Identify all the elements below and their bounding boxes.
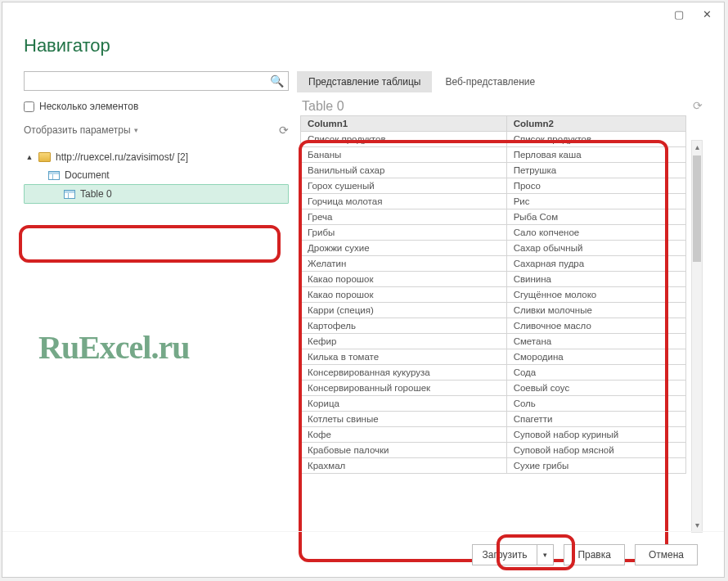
- table-cell: Крахмал: [301, 458, 507, 474]
- tree-root[interactable]: ▲ http://ruexcel.ru/zavisimost/ [2]: [24, 148, 289, 166]
- table-cell: Сало копченое: [506, 225, 685, 241]
- table-cell: Суповой набор мясной: [506, 443, 685, 458]
- table-cell: Корица: [301, 396, 507, 412]
- table-row[interactable]: Котлеты свиныеСпагетти: [301, 412, 686, 427]
- table-cell: Перловая каша: [506, 147, 685, 163]
- table-row[interactable]: КофеСуповой набор куриный: [301, 427, 686, 443]
- right-pane: Представление таблицы Веб-представление …: [297, 71, 724, 538]
- table-row[interactable]: Горчица молотаяРис: [301, 194, 686, 209]
- load-dropdown-icon[interactable]: ▾: [537, 545, 553, 565]
- table-cell: Какао порошок: [301, 272, 507, 287]
- collapse-icon[interactable]: ▲: [25, 153, 34, 161]
- cancel-button[interactable]: Отмена: [635, 544, 698, 565]
- table-cell: Бананы: [301, 147, 507, 163]
- table-cell: Рыба Сом: [506, 209, 685, 225]
- column-header[interactable]: Column2: [506, 116, 685, 132]
- table-row[interactable]: Консервированный горошекСоевый соус: [301, 381, 686, 396]
- watermark: RuExcel.ru: [38, 328, 189, 367]
- search-icon[interactable]: 🔍: [270, 74, 284, 88]
- table-row[interactable]: Крабовые палочкиСуповой набор мясной: [301, 443, 686, 458]
- dialog-title: Навигатор: [2, 25, 724, 71]
- table-cell: Дрожжи сухие: [301, 241, 507, 256]
- table-cell: Сахарная пудра: [506, 256, 685, 272]
- table-row[interactable]: КорицаСоль: [301, 396, 686, 412]
- table-cell: Горох сушеный: [301, 178, 507, 194]
- table-row[interactable]: ГречаРыба Сом: [301, 209, 686, 225]
- table-cell: Список продуктов.: [506, 132, 685, 147]
- table-cell: Крабовые палочки: [301, 443, 507, 458]
- preview-area: Column1 Column2 Список продуктов.Список …: [297, 115, 708, 541]
- scroll-up-icon[interactable]: ▴: [692, 141, 702, 154]
- chevron-down-icon: ▾: [134, 126, 138, 134]
- table-cell: Какао порошок: [301, 287, 507, 303]
- table-cell: Соль: [506, 396, 685, 412]
- table-row[interactable]: КрахмалСухие грибы: [301, 458, 686, 474]
- table-cell: Свинина: [506, 272, 685, 287]
- edit-button[interactable]: Правка: [564, 544, 625, 565]
- table-cell: Сгущённое молоко: [506, 287, 685, 303]
- table-cell: Греча: [301, 209, 507, 225]
- table-row[interactable]: Какао порошокСгущённое молоко: [301, 287, 686, 303]
- folder-icon: [38, 152, 51, 162]
- table-cell: Сметана: [506, 334, 685, 349]
- table-cell: Суповой набор куриный: [506, 427, 685, 443]
- table-cell: Спагетти: [506, 412, 685, 427]
- preview-table: Column1 Column2 Список продуктов.Список …: [300, 115, 686, 474]
- table-row[interactable]: Килька в томатеСмородина: [301, 349, 686, 365]
- scroll-down-icon[interactable]: ▾: [692, 519, 702, 532]
- table-row[interactable]: Дрожжи сухиеСахар обычный: [301, 241, 686, 256]
- navigator-dialog: ▢ ✕ Навигатор 🔍 Несколько элементов Отоб…: [2, 2, 725, 578]
- preview-title: Table 0: [297, 92, 708, 115]
- body: 🔍 Несколько элементов Отобразить парамет…: [2, 71, 724, 538]
- table-row[interactable]: Какао порошокСвинина: [301, 272, 686, 287]
- table-row[interactable]: КартофельСливочное масло: [301, 318, 686, 334]
- table-row[interactable]: Ванильный сахарПетрушка: [301, 163, 686, 178]
- table-icon: [64, 190, 75, 199]
- display-params-link[interactable]: Отобразить параметры ▾: [24, 124, 138, 136]
- tree-item-table0[interactable]: Table 0: [24, 184, 289, 204]
- search-row: 🔍: [24, 71, 289, 91]
- preview-tabs: Представление таблицы Веб-представление: [297, 71, 708, 92]
- table-scroll: Column1 Column2 Список продуктов.Список …: [300, 115, 686, 538]
- load-button[interactable]: Загрузить ▾: [472, 544, 555, 565]
- source-tree: ▲ http://ruexcel.ru/zavisimost/ [2] Docu…: [24, 145, 289, 204]
- table-cell: Рис: [506, 194, 685, 209]
- table-cell: Соевый соус: [506, 381, 685, 396]
- multiple-items-label: Несколько элементов: [39, 101, 138, 112]
- table-row[interactable]: ГрибыСало копченое: [301, 225, 686, 241]
- vertical-scrollbar[interactable]: ▴ ▾: [691, 140, 703, 533]
- dialog-footer: Загрузить ▾ Правка Отмена: [2, 531, 724, 577]
- scroll-thumb[interactable]: [693, 155, 701, 262]
- refresh-preview-icon[interactable]: ⟳: [693, 99, 703, 112]
- tab-web-view[interactable]: Веб-представление: [434, 71, 546, 92]
- table-cell: Карри (специя): [301, 303, 507, 318]
- table-row[interactable]: БананыПерловая каша: [301, 147, 686, 163]
- table-cell: Грибы: [301, 225, 507, 241]
- column-header[interactable]: Column1: [301, 116, 507, 132]
- table-row[interactable]: Список продуктов.Список продуктов.: [301, 132, 686, 147]
- close-icon[interactable]: ✕: [693, 5, 721, 23]
- table-row[interactable]: Консервированная кукурузаСода: [301, 365, 686, 381]
- table-cell: Смородина: [506, 349, 685, 365]
- maximize-icon[interactable]: ▢: [665, 5, 693, 23]
- refresh-icon[interactable]: ⟳: [279, 124, 289, 137]
- multiple-items-row[interactable]: Несколько элементов: [24, 91, 289, 119]
- table-cell: Горчица молотая: [301, 194, 507, 209]
- table-cell: Котлеты свиные: [301, 412, 507, 427]
- table-row[interactable]: Карри (специя)Сливки молочные: [301, 303, 686, 318]
- table-cell: Желатин: [301, 256, 507, 272]
- table-cell: Консервированная кукуруза: [301, 365, 507, 381]
- table-row[interactable]: ЖелатинСахарная пудра: [301, 256, 686, 272]
- multiple-items-checkbox[interactable]: [24, 101, 34, 112]
- table-row[interactable]: КефирСметана: [301, 334, 686, 349]
- table-cell: Кофе: [301, 427, 507, 443]
- table-cell: Петрушка: [506, 163, 685, 178]
- table-cell: Сухие грибы: [506, 458, 685, 474]
- search-input[interactable]: [24, 71, 289, 91]
- titlebar: ▢ ✕: [2, 2, 724, 25]
- left-pane: 🔍 Несколько элементов Отобразить парамет…: [2, 71, 297, 538]
- table-cell: Сливки молочные: [506, 303, 685, 318]
- tree-item-document[interactable]: Document: [24, 166, 289, 184]
- tab-table-view[interactable]: Представление таблицы: [297, 71, 432, 92]
- table-row[interactable]: Горох сушеныйПросо: [301, 178, 686, 194]
